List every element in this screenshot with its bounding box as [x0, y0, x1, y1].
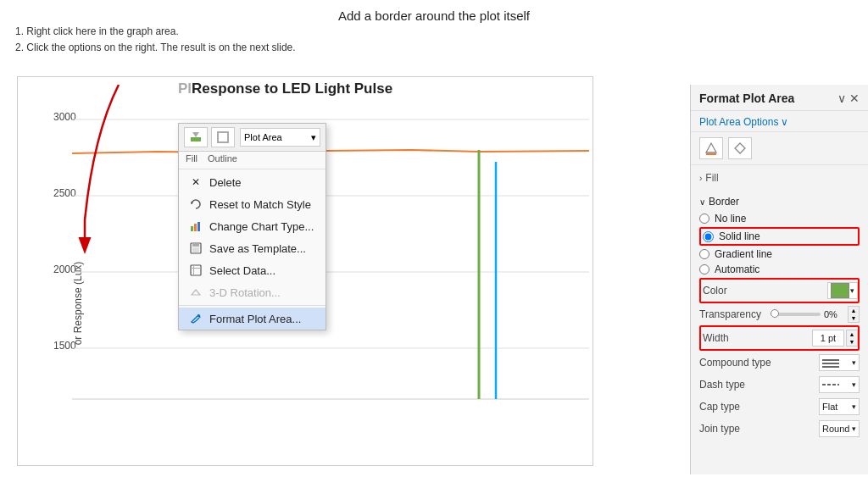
- menu-item-save-template-label: Save as Template...: [209, 242, 306, 255]
- 3d-rotation-icon: [189, 286, 203, 299]
- menu-item-reset[interactable]: Reset to Match Style: [179, 193, 326, 215]
- gradient-line-radio[interactable]: [699, 249, 709, 259]
- panel-fill-icon-btn[interactable]: [699, 137, 723, 159]
- transparency-slider[interactable]: [771, 313, 821, 316]
- width-spin-up[interactable]: ▲: [847, 330, 857, 338]
- gradient-line-label: Gradient line: [715, 248, 772, 260]
- context-divider-1: [179, 169, 326, 169]
- solid-line-row[interactable]: Solid line: [699, 227, 860, 246]
- no-line-row[interactable]: No line: [699, 211, 860, 226]
- instruction-line2: 2. Click the options on the right. The r…: [15, 40, 296, 56]
- transparency-value: 0%: [824, 309, 844, 319]
- svg-rect-9: [218, 132, 228, 142]
- plot-area-options[interactable]: Plot Area Options ∨: [691, 111, 868, 132]
- width-input[interactable]: 1 pt: [812, 330, 844, 347]
- transparency-spin[interactable]: ▲ ▼: [848, 306, 860, 323]
- svg-rect-15: [192, 247, 199, 252]
- chart-title: PlResponse to LED Light Pulse: [178, 80, 392, 97]
- fill-section-header[interactable]: › Fill: [699, 169, 860, 187]
- format-panel-collapse-btn[interactable]: ∨: [837, 92, 846, 105]
- solid-line-label: Solid line: [719, 230, 760, 242]
- menu-item-save-template[interactable]: Save as Template...: [179, 237, 326, 259]
- automatic-label: Automatic: [715, 263, 760, 275]
- menu-item-format-plot[interactable]: Format Plot Area...: [179, 308, 326, 330]
- color-label: Color: [703, 285, 827, 297]
- compound-label: Compound type: [699, 357, 819, 369]
- cap-value: Flat: [822, 402, 837, 412]
- color-dropdown-arrow: ▾: [850, 286, 854, 295]
- panel-shape-icon: [732, 141, 748, 156]
- context-divider-2: [179, 305, 326, 306]
- dash-icon: [822, 379, 839, 391]
- no-line-radio[interactable]: [699, 214, 709, 224]
- svg-rect-17: [191, 265, 201, 275]
- menu-item-delete[interactable]: ✕ Delete: [179, 171, 326, 193]
- dash-dropdown[interactable]: ▾: [819, 376, 860, 393]
- instructions: 1. Right click here in the graph area. 2…: [15, 24, 296, 56]
- solid-line-radio[interactable]: [703, 231, 714, 242]
- outline-icon: [216, 130, 230, 144]
- width-label: Width: [703, 332, 812, 344]
- border-chevron: ∨: [699, 197, 705, 207]
- chart-title-text: Response to LED Light Pulse: [192, 80, 392, 97]
- cap-arrow: ▾: [852, 402, 856, 411]
- change-chart-svg: [190, 220, 202, 232]
- border-section-header[interactable]: ∨ Border: [699, 192, 860, 211]
- color-control[interactable]: ▾: [827, 282, 858, 299]
- automatic-row[interactable]: Automatic: [699, 262, 860, 277]
- join-arrow: ▾: [852, 424, 856, 433]
- format-panel-close-btn[interactable]: ✕: [849, 92, 860, 105]
- svg-rect-19: [193, 265, 194, 275]
- menu-item-3d-rotation: 3-D Rotation...: [179, 281, 326, 303]
- spin-up-btn[interactable]: ▲: [849, 307, 859, 314]
- outline-icon-btn[interactable]: [211, 127, 235, 147]
- format-svg: [190, 313, 202, 324]
- chart-svg: [72, 77, 589, 450]
- spin-down-btn[interactable]: ▼: [849, 314, 859, 322]
- delete-icon: ✕: [189, 175, 203, 189]
- panel-icons-row: [691, 132, 868, 165]
- cap-type-row: Cap type Flat ▾: [699, 396, 860, 418]
- fill-section: › Fill: [691, 165, 868, 191]
- svg-rect-8: [191, 137, 201, 141]
- width-spin[interactable]: ▲ ▼: [846, 330, 858, 347]
- width-row: Width 1 pt ▲ ▼: [699, 325, 860, 351]
- context-menu: Plot Area ▾ Fill Outline ✕ Delete Reset …: [178, 123, 326, 330]
- toolbar-icons: [184, 127, 235, 147]
- color-btn[interactable]: ▾: [827, 282, 858, 299]
- cap-dropdown[interactable]: Flat ▾: [819, 398, 860, 415]
- outline-label: Outline: [208, 153, 237, 164]
- compound-type-row: Compound type ▾: [699, 352, 860, 374]
- svg-rect-11: [191, 226, 193, 231]
- border-label: Border: [709, 196, 739, 208]
- plot-area-options-label: Plot Area Options: [699, 116, 778, 128]
- dash-type-row: Dash type ▾: [699, 374, 860, 396]
- change-chart-icon: [189, 219, 203, 233]
- menu-item-select-data[interactable]: Select Data...: [179, 259, 326, 281]
- no-line-label: No line: [715, 213, 746, 225]
- join-dropdown[interactable]: Round ▾: [819, 420, 860, 437]
- svg-rect-12: [194, 224, 197, 231]
- gradient-line-row[interactable]: Gradient line: [699, 247, 860, 262]
- width-spin-down[interactable]: ▼: [847, 338, 857, 346]
- join-type-row: Join type Round ▾: [699, 418, 860, 440]
- border-section: ∨ Border No line Solid line Gradient lin…: [691, 191, 868, 443]
- compound-dropdown[interactable]: ▾: [819, 354, 860, 371]
- svg-marker-22: [735, 143, 745, 153]
- format-panel-header: Format Plot Area ∨ ✕: [691, 85, 868, 111]
- menu-item-change-chart[interactable]: Change Chart Type...: [179, 215, 326, 237]
- automatic-radio[interactable]: [699, 264, 709, 274]
- fill-icon-btn[interactable]: [184, 127, 208, 147]
- fill-icon: [189, 130, 203, 144]
- panel-shape-icon-btn[interactable]: [728, 137, 752, 159]
- toolbar-labels: Fill Outline: [179, 152, 326, 167]
- menu-item-select-data-label: Select Data...: [209, 264, 275, 277]
- menu-item-format-plot-label: Format Plot Area...: [209, 313, 301, 325]
- svg-rect-21: [706, 153, 716, 155]
- reset-icon: [189, 197, 203, 211]
- width-control: 1 pt ▲ ▼: [812, 330, 858, 347]
- toolbar-dropdown[interactable]: Plot Area ▾: [240, 128, 320, 147]
- svg-point-20: [198, 314, 200, 317]
- fill-label: Fill: [186, 153, 198, 164]
- join-value: Round: [822, 424, 849, 434]
